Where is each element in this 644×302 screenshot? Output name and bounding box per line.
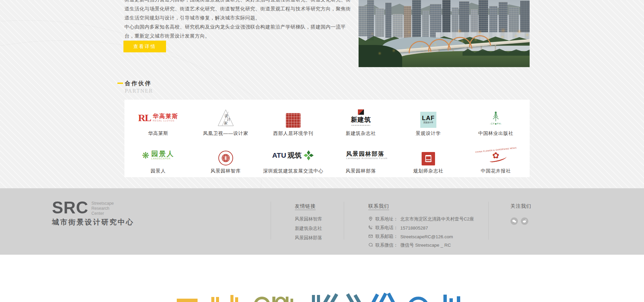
partner-item[interactable]: 风景园林智库	[192, 139, 259, 176]
section-accent-dash	[117, 83, 123, 84]
phone-icon	[368, 225, 373, 231]
contact-row-phone: 联系电话：15718805287	[368, 225, 474, 231]
partner-item[interactable]: 风景园林部落Landsacpe Architecture Forum风景园林部落	[327, 139, 394, 176]
partner-name: 景观设计学	[416, 131, 441, 137]
src-logo-abbr: SRC	[52, 200, 89, 215]
partner-item[interactable]: RL华高莱斯REGAL LLOYDS华高莱斯	[124, 101, 192, 139]
partner-logo	[422, 152, 435, 165]
about-line: 道生活化与场景化研究、街道艺术化研究、街道智慧化研究、街道景观工程与技术等研究方…	[124, 4, 327, 13]
partner-logo: 风景园林部落Landsacpe Architecture Forum	[334, 145, 387, 165]
partner-item[interactable]: 西部人居环境学刊	[260, 101, 327, 139]
footer-follow-title: 关注我们	[511, 203, 531, 209]
contact-value: StreetscapeRC@126.com	[400, 234, 453, 239]
partner-item[interactable]: 规划师杂志社	[394, 139, 462, 176]
contact-label: 联系电话：	[375, 225, 398, 231]
about-line: 街道更新与活力营造为目标，围绕街道景观价值研究、美好生活与宜居性街道研究、街道文…	[124, 0, 327, 4]
footer-link[interactable]: 新建筑杂志社	[295, 225, 322, 232]
partner-logo: 设计家	[217, 108, 234, 128]
partner-logo: ❋园景人LANDSCAPER	[142, 145, 174, 165]
partner-name: 风景园林部落	[346, 168, 376, 174]
view-details-button[interactable]: 查看详情	[123, 41, 166, 52]
partner-name: 中国花卉报社	[481, 168, 511, 174]
atu-pinwheel-icon	[303, 150, 314, 161]
partners-subtitle-en: PARTNER	[125, 88, 153, 94]
partner-name: 西部人居环境学刊	[273, 131, 313, 137]
footer-follow-column: 关注我们	[511, 203, 531, 225]
partner-logo	[286, 113, 301, 128]
partner-item[interactable]: ATU观筑深圳观筑建筑发展交流中心	[260, 139, 327, 176]
contact-value: 微信号 Streetscape _ RC	[400, 242, 451, 248]
src-logo-chinese: 城市街景设计研究中心	[52, 217, 134, 227]
partner-name: 风景园林智库	[211, 168, 241, 174]
partner-item[interactable]: 设计家凤凰卫视——设计家	[192, 101, 259, 139]
footer-links-title: 友情链接	[295, 203, 322, 209]
cropped-bottom-logo-strip	[0, 255, 644, 302]
laf-logo: LAF景观设计学	[420, 112, 436, 128]
partner-name: 规划师杂志社	[413, 168, 443, 174]
partner-name: 新建筑杂志社	[346, 131, 376, 137]
contact-row-location: 联系地址：北京市海淀区北清路中关村壹号C2座	[368, 216, 474, 222]
footer-contact-title: 联系我们	[368, 203, 474, 209]
partner-logo: ATU观筑	[272, 145, 315, 165]
flower-news-logo: CHINA FLOWER & GARDENING NEWS✿	[475, 149, 517, 161]
footer-divider	[271, 202, 271, 240]
src-logo-block: SRC StreetscapeResearchCenter 城市街景设计研究中心	[52, 200, 134, 227]
red-seal-round-logo	[222, 154, 230, 162]
weibo-social-icon[interactable]	[521, 217, 528, 225]
red-seal-square-logo	[286, 113, 301, 128]
leaf-icon	[333, 150, 345, 160]
mail-icon	[368, 234, 373, 240]
footer-link[interactable]: 风景园林智库	[295, 216, 322, 222]
partner-name: 华高莱斯	[148, 131, 168, 137]
partner-item[interactable]: ❋园景人LANDSCAPER园景人	[124, 139, 192, 176]
svg-text:家: 家	[224, 121, 228, 125]
about-line: 中心由国内多家知名高校、研究机构及业内龙头企业强强联合构建前沿产学研梯队，搭建国…	[124, 22, 327, 32]
contact-label: 联系地址：	[375, 216, 398, 222]
partners-panel: RL华高莱斯REGAL LLOYDS华高莱斯设计家凤凰卫视——设计家西部人居环境…	[124, 100, 530, 177]
contact-label: 联系微信：	[375, 242, 398, 248]
contact-label: 联系邮箱：	[375, 234, 398, 240]
about-line: 台，重新定义城市街景设计发展方向。	[124, 32, 327, 41]
footer-links-column: 友情链接 风景园林智库新建筑杂志社风景园林部落	[295, 203, 322, 244]
wechat-icon	[368, 243, 373, 248]
page: 街道更新与活力营造为目标，围绕街道景观价值研究、美好生活与宜居性街道研究、街道文…	[0, 0, 644, 302]
contact-value: 北京市海淀区北清路中关村壹号C2座	[400, 216, 474, 222]
footer-link[interactable]: 风景园林部落	[295, 235, 322, 241]
partner-name: 中国林业出版社	[478, 131, 514, 137]
xinjianzhu-logo: 新建筑	[351, 109, 371, 126]
contact-row-wechat: 联系微信：微信号 Streetscape _ RC	[368, 242, 474, 248]
forestry-press-tree-logo: -CF◆PH-	[488, 110, 503, 125]
partner-item[interactable]: CHINA FLOWER & GARDENING NEWS✿中国花卉报社	[462, 139, 530, 176]
partners-title: 合作伙伴	[125, 80, 152, 87]
partner-logo: 新建筑	[351, 108, 371, 128]
partner-name: 凤凰卫视——设计家	[203, 131, 248, 137]
about-paragraph: 街道更新与活力营造为目标，围绕街道景观价值研究、美好生活与宜居性街道研究、街道文…	[124, 0, 327, 41]
contact-value: 15718805287	[400, 225, 428, 231]
city-skyline-photo	[359, 0, 530, 67]
partner-item[interactable]: LAF景观设计学景观设计学	[394, 101, 462, 139]
footer-divider	[488, 202, 489, 240]
about-line: 道生活空间规划与设计，引导城市修复，解决城市实际问题。	[124, 13, 327, 22]
wechat-social-icon[interactable]	[511, 217, 518, 225]
regal-lloyds-logo: RL	[138, 113, 151, 123]
partner-name: 园景人	[151, 168, 166, 174]
partner-logo: LAF景观设计学	[420, 112, 436, 128]
partner-item[interactable]: 新建筑新建筑杂志社	[327, 101, 394, 139]
partner-name: 深圳观筑建筑发展交流中心	[263, 168, 323, 174]
partner-logo: RL华高莱斯REGAL LLOYDS	[138, 108, 178, 128]
designer-triangle-logo: 设计家	[217, 109, 234, 127]
src-logo-english: StreetscapeResearchCenter	[92, 201, 114, 216]
partner-logo	[218, 151, 233, 165]
landscaper-snowflake-icon: ❋	[142, 151, 149, 160]
location-icon	[368, 216, 373, 222]
partner-item[interactable]: -CF◆PH-中国林业出版社	[462, 101, 530, 139]
atu-mark: ATU	[272, 151, 286, 159]
planner-magazine-logo	[425, 155, 431, 162]
footer-contact-column: 联系我们 联系地址：北京市海淀区北清路中关村壹号C2座联系电话：15718805…	[368, 203, 474, 251]
footer: SRC StreetscapeResearchCenter 城市街景设计研究中心…	[0, 188, 644, 255]
partner-logo: -CF◆PH-	[488, 108, 503, 128]
footer-divider	[344, 202, 344, 240]
partner-logo: CHINA FLOWER & GARDENING NEWS✿	[475, 145, 517, 165]
contact-row-mail: 联系邮箱：StreetscapeRC@126.com	[368, 234, 474, 240]
